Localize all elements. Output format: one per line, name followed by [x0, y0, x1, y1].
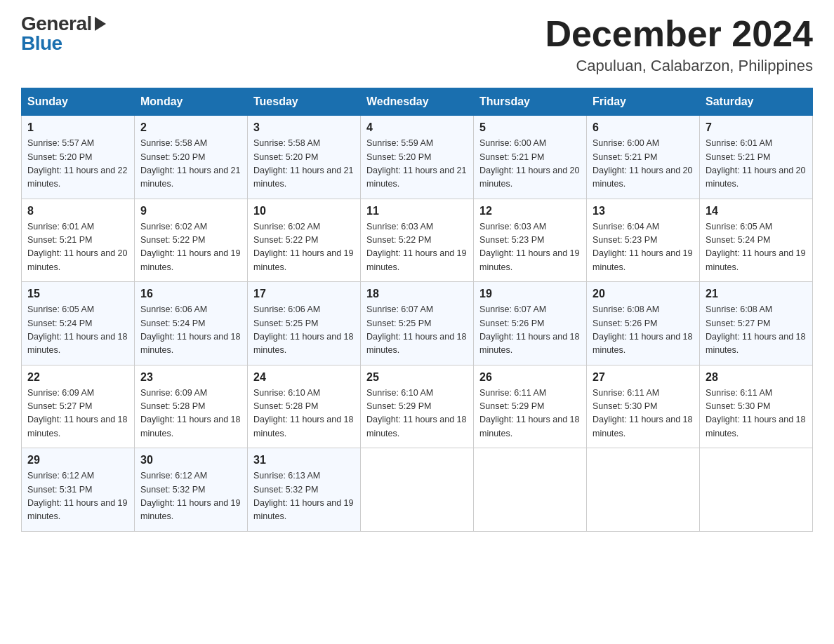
calendar-cell: 7 Sunrise: 6:01 AMSunset: 5:21 PMDayligh… [700, 116, 813, 199]
calendar-cell: 3 Sunrise: 5:58 AMSunset: 5:20 PMDayligh… [248, 116, 361, 199]
page-header: General Blue December 2024 Capuluan, Cal… [21, 14, 813, 75]
column-header-tuesday: Tuesday [248, 88, 361, 116]
day-info: Sunrise: 6:11 AMSunset: 5:29 PMDaylight:… [479, 387, 581, 441]
day-info: Sunrise: 6:01 AMSunset: 5:21 PMDaylight:… [706, 137, 807, 192]
calendar-cell: 8 Sunrise: 6:01 AMSunset: 5:21 PMDayligh… [22, 199, 135, 282]
day-number: 27 [593, 371, 694, 384]
day-number: 31 [253, 454, 355, 467]
calendar-cell: 29 Sunrise: 6:12 AMSunset: 5:31 PMDaylig… [22, 448, 135, 532]
day-info: Sunrise: 6:13 AMSunset: 5:32 PMDaylight:… [253, 469, 355, 524]
day-number: 23 [140, 371, 241, 384]
day-number: 2 [140, 121, 241, 134]
day-info: Sunrise: 6:06 AMSunset: 5:25 PMDaylight:… [253, 303, 355, 358]
day-info: Sunrise: 6:07 AMSunset: 5:26 PMDaylight:… [479, 303, 581, 358]
calendar-week-row: 1 Sunrise: 5:57 AMSunset: 5:20 PMDayligh… [22, 116, 813, 199]
column-header-saturday: Saturday [700, 88, 813, 116]
day-number: 30 [140, 454, 241, 467]
calendar-week-row: 15 Sunrise: 6:05 AMSunset: 5:24 PMDaylig… [22, 282, 813, 365]
day-info: Sunrise: 6:09 AMSunset: 5:27 PMDaylight:… [27, 387, 128, 441]
calendar-cell: 30 Sunrise: 6:12 AMSunset: 5:32 PMDaylig… [135, 448, 248, 532]
location-subtitle: Capuluan, Calabarzon, Philippines [545, 57, 813, 75]
day-number: 17 [253, 288, 355, 300]
day-info: Sunrise: 5:58 AMSunset: 5:20 PMDaylight:… [140, 137, 241, 192]
day-number: 14 [706, 205, 807, 217]
calendar-table: SundayMondayTuesdayWednesdayThursdayFrid… [21, 88, 813, 532]
column-header-wednesday: Wednesday [361, 88, 474, 116]
day-number: 24 [253, 371, 355, 384]
logo: General Blue [21, 14, 106, 53]
calendar-cell: 27 Sunrise: 6:11 AMSunset: 5:30 PMDaylig… [587, 365, 700, 448]
calendar-cell: 15 Sunrise: 6:05 AMSunset: 5:24 PMDaylig… [22, 282, 135, 365]
day-number: 7 [706, 121, 807, 134]
calendar-cell: 31 Sunrise: 6:13 AMSunset: 5:32 PMDaylig… [248, 448, 361, 532]
day-info: Sunrise: 5:58 AMSunset: 5:20 PMDaylight:… [253, 137, 355, 192]
day-info: Sunrise: 6:10 AMSunset: 5:29 PMDaylight:… [366, 387, 468, 441]
day-info: Sunrise: 6:04 AMSunset: 5:23 PMDaylight:… [593, 220, 694, 275]
calendar-cell [361, 448, 474, 532]
calendar-cell: 16 Sunrise: 6:06 AMSunset: 5:24 PMDaylig… [135, 282, 248, 365]
day-number: 8 [27, 205, 128, 217]
day-number: 9 [140, 205, 241, 217]
calendar-cell: 17 Sunrise: 6:06 AMSunset: 5:25 PMDaylig… [248, 282, 361, 365]
calendar-cell: 9 Sunrise: 6:02 AMSunset: 5:22 PMDayligh… [135, 199, 248, 282]
day-number: 18 [366, 288, 468, 300]
calendar-cell: 12 Sunrise: 6:03 AMSunset: 5:23 PMDaylig… [474, 199, 587, 282]
logo-general-text: General [21, 14, 92, 34]
calendar-cell: 13 Sunrise: 6:04 AMSunset: 5:23 PMDaylig… [587, 199, 700, 282]
day-info: Sunrise: 6:00 AMSunset: 5:21 PMDaylight:… [593, 137, 694, 192]
calendar-cell [587, 448, 700, 532]
day-info: Sunrise: 6:05 AMSunset: 5:24 PMDaylight:… [706, 220, 807, 275]
calendar-cell: 21 Sunrise: 6:08 AMSunset: 5:27 PMDaylig… [700, 282, 813, 365]
calendar-cell: 2 Sunrise: 5:58 AMSunset: 5:20 PMDayligh… [135, 116, 248, 199]
day-number: 26 [479, 371, 581, 384]
day-number: 25 [366, 371, 468, 384]
day-number: 4 [366, 121, 468, 134]
day-number: 5 [479, 121, 581, 134]
calendar-cell: 19 Sunrise: 6:07 AMSunset: 5:26 PMDaylig… [474, 282, 587, 365]
calendar-cell: 6 Sunrise: 6:00 AMSunset: 5:21 PMDayligh… [587, 116, 700, 199]
calendar-cell: 23 Sunrise: 6:09 AMSunset: 5:28 PMDaylig… [135, 365, 248, 448]
day-info: Sunrise: 6:08 AMSunset: 5:27 PMDaylight:… [706, 303, 807, 358]
day-info: Sunrise: 6:10 AMSunset: 5:28 PMDaylight:… [253, 387, 355, 441]
calendar-week-row: 29 Sunrise: 6:12 AMSunset: 5:31 PMDaylig… [22, 448, 813, 532]
calendar-cell: 4 Sunrise: 5:59 AMSunset: 5:20 PMDayligh… [361, 116, 474, 199]
calendar-cell: 20 Sunrise: 6:08 AMSunset: 5:26 PMDaylig… [587, 282, 700, 365]
title-block: December 2024 Capuluan, Calabarzon, Phil… [545, 14, 813, 75]
calendar-week-row: 22 Sunrise: 6:09 AMSunset: 5:27 PMDaylig… [22, 365, 813, 448]
day-info: Sunrise: 6:02 AMSunset: 5:22 PMDaylight:… [253, 220, 355, 275]
column-header-thursday: Thursday [474, 88, 587, 116]
calendar-cell: 1 Sunrise: 5:57 AMSunset: 5:20 PMDayligh… [22, 116, 135, 199]
day-info: Sunrise: 5:57 AMSunset: 5:20 PMDaylight:… [27, 137, 128, 192]
day-number: 28 [706, 371, 807, 384]
day-info: Sunrise: 6:06 AMSunset: 5:24 PMDaylight:… [140, 303, 241, 358]
day-number: 15 [27, 288, 128, 300]
day-number: 1 [27, 121, 128, 134]
day-number: 19 [479, 288, 581, 300]
day-number: 6 [593, 121, 694, 134]
calendar-cell: 22 Sunrise: 6:09 AMSunset: 5:27 PMDaylig… [22, 365, 135, 448]
calendar-header-row: SundayMondayTuesdayWednesdayThursdayFrid… [22, 88, 813, 116]
day-number: 3 [253, 121, 355, 134]
day-number: 22 [27, 371, 128, 384]
column-header-friday: Friday [587, 88, 700, 116]
day-info: Sunrise: 6:03 AMSunset: 5:22 PMDaylight:… [366, 220, 468, 275]
day-info: Sunrise: 6:00 AMSunset: 5:21 PMDaylight:… [479, 137, 581, 192]
calendar-cell: 18 Sunrise: 6:07 AMSunset: 5:25 PMDaylig… [361, 282, 474, 365]
day-number: 16 [140, 288, 241, 300]
day-info: Sunrise: 6:05 AMSunset: 5:24 PMDaylight:… [27, 303, 128, 358]
day-info: Sunrise: 6:11 AMSunset: 5:30 PMDaylight:… [706, 387, 807, 441]
day-info: Sunrise: 6:02 AMSunset: 5:22 PMDaylight:… [140, 220, 241, 275]
calendar-cell: 5 Sunrise: 6:00 AMSunset: 5:21 PMDayligh… [474, 116, 587, 199]
column-header-sunday: Sunday [22, 88, 135, 116]
calendar-cell: 24 Sunrise: 6:10 AMSunset: 5:28 PMDaylig… [248, 365, 361, 448]
day-number: 21 [706, 288, 807, 300]
column-header-monday: Monday [135, 88, 248, 116]
day-number: 12 [479, 205, 581, 217]
calendar-cell: 11 Sunrise: 6:03 AMSunset: 5:22 PMDaylig… [361, 199, 474, 282]
calendar-cell [474, 448, 587, 532]
day-number: 29 [27, 454, 128, 467]
calendar-cell: 25 Sunrise: 6:10 AMSunset: 5:29 PMDaylig… [361, 365, 474, 448]
calendar-cell: 26 Sunrise: 6:11 AMSunset: 5:29 PMDaylig… [474, 365, 587, 448]
day-info: Sunrise: 5:59 AMSunset: 5:20 PMDaylight:… [366, 137, 468, 192]
day-info: Sunrise: 6:12 AMSunset: 5:31 PMDaylight:… [27, 469, 128, 524]
